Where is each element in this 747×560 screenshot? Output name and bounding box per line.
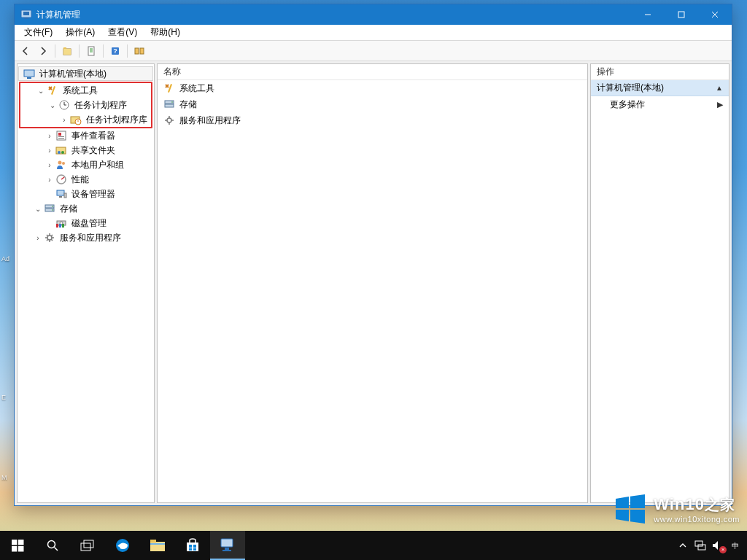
svg-rect-19 <box>27 77 31 79</box>
tree-task-scheduler[interactable]: ⌄ 任务计划程序 <box>20 98 151 112</box>
svg-rect-10 <box>88 47 94 55</box>
expand-icon[interactable]: › <box>45 131 54 140</box>
svg-rect-48 <box>59 224 61 228</box>
tray-chevron-up-icon[interactable] <box>677 540 689 551</box>
svg-rect-77 <box>221 539 233 547</box>
maximize-button[interactable] <box>665 4 698 25</box>
desktop-icon-partial[interactable]: M <box>1 474 15 506</box>
toolbar-properties-button[interactable] <box>83 43 99 59</box>
action-more[interactable]: 更多操作 ▶ <box>591 96 729 112</box>
expand-icon[interactable]: › <box>45 160 54 169</box>
svg-rect-61 <box>18 540 24 545</box>
toolbar-back-button[interactable] <box>18 43 34 59</box>
minimize-button[interactable] <box>631 4 665 25</box>
expand-icon[interactable]: › <box>34 233 42 242</box>
tree-label: 磁盘管理 <box>70 217 108 230</box>
svg-marker-59 <box>630 510 645 524</box>
storage-icon <box>163 98 175 110</box>
toolbar-forward-button[interactable] <box>35 43 51 59</box>
toolbar-separator <box>79 44 80 58</box>
titlebar[interactable]: 计算机管理 <box>15 4 732 25</box>
expand-icon[interactable]: › <box>45 175 54 184</box>
close-button[interactable] <box>698 4 732 25</box>
list-item[interactable]: 服务和应用程序 <box>158 112 587 128</box>
column-header-name[interactable]: 名称 <box>158 64 587 80</box>
system-tray[interactable]: × 中 <box>671 540 747 551</box>
watermark-brand-en: Win10 <box>654 495 705 513</box>
tree-label: 系统工具 <box>61 84 99 98</box>
taskbar-explorer[interactable] <box>140 531 175 560</box>
tree-local-users[interactable]: › 本地用户和组 <box>18 158 154 172</box>
svg-rect-78 <box>225 548 229 550</box>
svg-rect-71 <box>150 543 165 545</box>
collapse-icon[interactable]: ⌄ <box>48 101 57 109</box>
desktop-icon-partial[interactable]: E <box>1 394 15 426</box>
svg-rect-1 <box>23 12 29 15</box>
tools-icon <box>163 82 175 94</box>
computer-icon <box>23 68 35 79</box>
event-viewer-icon <box>55 130 67 141</box>
tray-volume-icon[interactable]: × <box>712 540 724 551</box>
menu-action[interactable]: 操作(A) <box>59 24 101 41</box>
actions-section-header[interactable]: 计算机管理(本地) ▲ <box>591 80 729 96</box>
desktop-icon-partial[interactable]: Ad <box>1 255 15 287</box>
tree-services-apps[interactable]: › 服务和应用程序 <box>18 230 154 245</box>
tree-label: 共享文件夹 <box>70 144 117 158</box>
tree-shared-folders[interactable]: › 共享文件夹 <box>18 143 154 158</box>
task-view-button[interactable] <box>70 531 105 560</box>
details-pane[interactable]: 名称 系统工具 存储 服务和应用程序 <box>157 63 588 503</box>
highlight-box: ⌄ 系统工具 ⌄ 任务计划程序 › 任务计划程序库 <box>19 82 152 128</box>
services-icon <box>163 114 175 126</box>
tree-label: 设备管理器 <box>70 187 117 201</box>
menu-file[interactable]: 文件(F) <box>18 24 59 41</box>
menubar: 文件(F) 操作(A) 查看(V) 帮助(H) <box>15 25 732 41</box>
toolbar-separator <box>55 44 55 58</box>
tree-disk-management[interactable]: › 磁盘管理 <box>18 216 154 230</box>
svg-line-65 <box>55 548 58 551</box>
toolbar-separator <box>103 44 104 58</box>
actions-header: 操作 <box>591 64 729 80</box>
taskbar-edge[interactable] <box>105 531 140 560</box>
svg-line-37 <box>61 177 64 179</box>
start-button[interactable] <box>0 531 35 560</box>
tools-icon <box>47 85 58 96</box>
taskbar[interactable]: × 中 <box>0 531 747 560</box>
menu-view[interactable]: 查看(V) <box>101 24 144 41</box>
expand-icon[interactable]: › <box>45 146 54 155</box>
watermark-brand-zh: 之家 <box>705 497 735 513</box>
tree-system-tools[interactable]: ⌄ 系统工具 <box>20 83 151 98</box>
tree-performance[interactable]: › 性能 <box>18 172 154 187</box>
taskbar-computer-management[interactable] <box>210 531 245 560</box>
svg-rect-49 <box>62 224 64 228</box>
collapse-icon[interactable]: ⌄ <box>36 86 45 95</box>
tree-event-viewer[interactable]: › 事件查看器 <box>18 128 154 143</box>
svg-rect-28 <box>58 133 61 136</box>
toolbar-help-button[interactable]: ? <box>107 43 123 59</box>
toolbar-show-hide-button[interactable] <box>131 43 147 59</box>
collapse-icon[interactable]: ⌄ <box>34 204 42 213</box>
tree-root[interactable]: 计算机管理(本地) <box>18 66 153 81</box>
toolbar-up-button[interactable] <box>59 43 75 59</box>
collapse-up-icon[interactable]: ▲ <box>716 84 723 92</box>
svg-rect-60 <box>12 540 18 545</box>
tree-storage[interactable]: ⌄ 存储 <box>18 201 154 216</box>
svg-rect-62 <box>12 546 18 552</box>
tree-pane[interactable]: 计算机管理(本地) ⌄ 系统工具 ⌄ 任务计划程序 <box>17 63 155 503</box>
menu-help[interactable]: 帮助(H) <box>144 24 187 41</box>
list-item[interactable]: 存储 <box>158 96 587 112</box>
list-item[interactable]: 系统工具 <box>158 80 587 96</box>
tree-device-manager[interactable]: › 设备管理器 <box>18 187 154 201</box>
tray-ime-icon[interactable]: 中 <box>729 540 741 551</box>
tree-task-scheduler-library[interactable]: › 任务计划程序库 <box>20 112 151 127</box>
svg-rect-75 <box>189 548 192 551</box>
svg-rect-30 <box>58 138 64 139</box>
svg-rect-80 <box>695 541 703 546</box>
search-button[interactable] <box>35 531 70 560</box>
tray-network-icon[interactable] <box>694 540 706 551</box>
expand-icon[interactable]: › <box>60 115 69 124</box>
svg-point-54 <box>171 101 173 103</box>
svg-text:?: ? <box>113 47 117 55</box>
svg-rect-72 <box>187 542 198 551</box>
tree-label: 任务计划程序库 <box>85 113 149 127</box>
taskbar-store[interactable] <box>175 531 210 560</box>
